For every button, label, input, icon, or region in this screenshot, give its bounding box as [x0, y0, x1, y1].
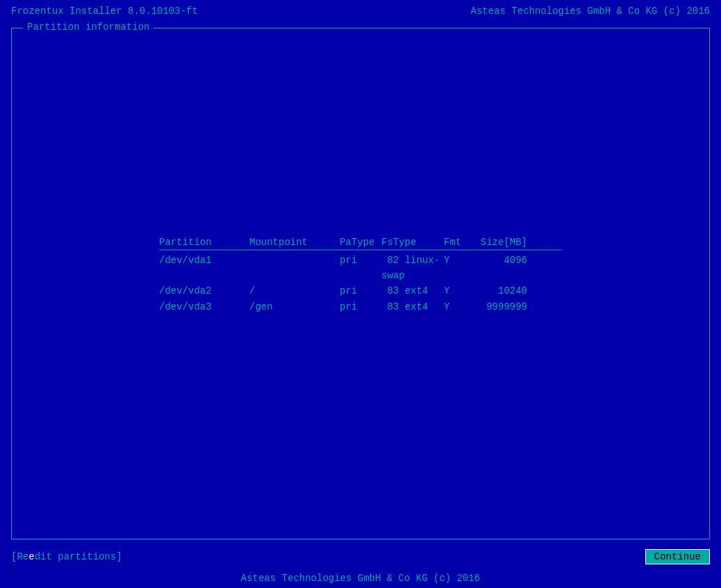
col-header-patype: PaType: [340, 237, 381, 248]
footer-text: Asteas Technologies GmbH & Co KG (c) 201…: [241, 573, 480, 584]
col-header-fstype: FsType: [381, 237, 444, 248]
col-header-partition: Partition: [159, 237, 249, 248]
col-header-mountpoint: Mountpoint: [249, 237, 340, 248]
table-row: /dev/vda1 pri 82 linux-swap Y 4096: [159, 253, 562, 284]
panel-title: Partition information: [23, 22, 154, 33]
partition-table: Partition Mountpoint PaType FsType Fmt S…: [159, 237, 562, 315]
col-header-fmt: Fmt: [444, 237, 472, 248]
reedit-button[interactable]: [Reedit partitions]: [11, 551, 122, 562]
col-header-size: Size[MB]: [472, 237, 527, 248]
continue-button[interactable]: Continue: [645, 549, 710, 564]
company-info: Asteas Technologies GmbH & Co KG (c) 201…: [471, 6, 710, 17]
app-title: Frozentux Installer 8.0.10103-ft: [11, 6, 198, 17]
table-row: /dev/vda2 / pri 83 ext4 Y 10240: [159, 284, 562, 299]
table-row: /dev/vda3 /gen pri 83 ext4 Y 9999999: [159, 299, 562, 314]
